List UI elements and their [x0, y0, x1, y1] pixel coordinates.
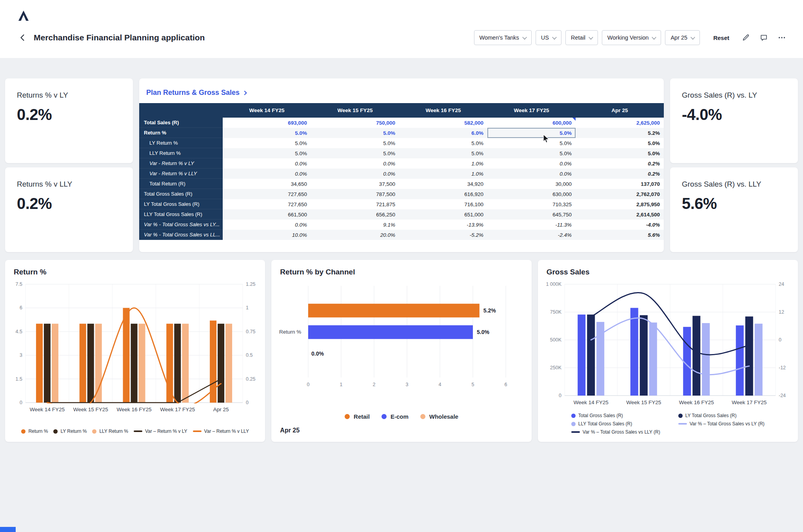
svg-text:3: 3: [406, 382, 409, 387]
table-cell[interactable]: 645,750: [487, 209, 576, 220]
table-cell[interactable]: 5.6%: [576, 230, 664, 240]
filter-period[interactable]: Apr 25: [665, 30, 700, 45]
table-cell[interactable]: 0.0%: [223, 169, 311, 179]
table-cell[interactable]: 0.0%: [223, 158, 311, 169]
table-cell[interactable]: 137,070: [576, 179, 664, 189]
table-corner: [139, 103, 223, 118]
legend-item[interactable]: Var % – Total Gross Sales vs LY (R): [678, 421, 765, 427]
table-cell[interactable]: -2.4%: [487, 230, 576, 240]
filter-product[interactable]: Women's Tanks: [474, 30, 532, 45]
table-cell[interactable]: 5.0%: [311, 128, 399, 138]
table-cell[interactable]: 2,614,500: [576, 209, 664, 220]
table-cell[interactable]: 0.0%: [487, 169, 576, 179]
legend-item[interactable]: Total Gross Sales (R): [571, 413, 660, 418]
legend-item[interactable]: Retail: [345, 413, 370, 420]
legend-item[interactable]: Var % – Total Gross Sales vs LLY (R): [571, 429, 660, 435]
legend-item[interactable]: Var – Return % v LLY: [193, 429, 249, 434]
more-options-icon[interactable]: [775, 31, 789, 45]
anaplan-logo[interactable]: [17, 9, 30, 24]
table-cell[interactable]: 727,650: [223, 189, 311, 199]
table-cell[interactable]: 5.0%: [576, 138, 664, 148]
back-button[interactable]: [17, 32, 28, 43]
column-header[interactable]: Week 14 FY25: [223, 103, 311, 118]
svg-text:Week 17 FY25: Week 17 FY25: [160, 407, 195, 412]
table-cell[interactable]: 5.0%: [576, 148, 664, 158]
table-cell[interactable]: 787,500: [311, 189, 399, 199]
table-cell[interactable]: 0.0%: [311, 158, 399, 169]
legend-item[interactable]: Wholesale: [420, 413, 458, 420]
kpi-returns-v-ly: Returns % v LY 0.2%: [5, 78, 133, 163]
legend-item[interactable]: LY Total Gross Sales (R): [678, 413, 765, 418]
table-cell[interactable]: 34,920: [399, 179, 487, 189]
table-cell[interactable]: 727,650: [223, 199, 311, 209]
table-cell[interactable]: 721,875: [311, 199, 399, 209]
reset-button[interactable]: Reset: [713, 34, 729, 41]
filter-version[interactable]: Working Version: [602, 30, 661, 45]
table-cell[interactable]: 5.0%: [399, 138, 487, 148]
column-header[interactable]: Week 16 FY25: [399, 103, 487, 118]
table-cell[interactable]: -4.0%: [576, 220, 664, 230]
table-cell[interactable]: 2,625,000: [576, 118, 664, 128]
table-cell[interactable]: 37,500: [311, 179, 399, 189]
table-cell[interactable]: 5.0%: [399, 148, 487, 158]
table-cell[interactable]: 5.0%: [223, 148, 311, 158]
table-cell[interactable]: 600,000: [487, 118, 576, 128]
table-cell[interactable]: 0.2%: [576, 169, 664, 179]
legend-item[interactable]: LLY Total Gross Sales (R): [571, 421, 660, 427]
table-cell[interactable]: 5.0%: [487, 148, 576, 158]
table-cell[interactable]: 750,000: [311, 118, 399, 128]
table-cell[interactable]: 661,500: [223, 209, 311, 220]
table-cell[interactable]: 0.0%: [487, 158, 576, 169]
table-cell[interactable]: 693,000: [223, 118, 311, 128]
table-cell[interactable]: -13.9%: [399, 220, 487, 230]
column-header[interactable]: Apr 25: [576, 103, 664, 118]
filter-channel[interactable]: Retail: [565, 30, 598, 45]
table-cell[interactable]: 34,650: [223, 179, 311, 189]
table-cell[interactable]: 2,762,070: [576, 189, 664, 199]
table-cell[interactable]: 5.0%: [223, 128, 311, 138]
legend-item[interactable]: LY Return %: [53, 429, 87, 434]
table-cell[interactable]: 656,250: [311, 209, 399, 220]
table-cell[interactable]: 5.0%: [487, 128, 576, 138]
filter-region[interactable]: US: [536, 30, 561, 45]
legend-label: Total Gross Sales (R): [578, 413, 623, 418]
legend-item[interactable]: LLY Return %: [92, 429, 128, 434]
legend-item[interactable]: Return %: [21, 429, 48, 434]
legend-dot-marker: [53, 429, 58, 434]
table-cell[interactable]: 5.0%: [223, 138, 311, 148]
table-cell[interactable]: 616,920: [399, 189, 487, 199]
table-cell[interactable]: 630,000: [487, 189, 576, 199]
table-cell[interactable]: 710,325: [487, 199, 576, 209]
table-cell[interactable]: -11.3%: [487, 220, 576, 230]
filter-version-value: Working Version: [607, 34, 649, 41]
table-cell[interactable]: 6.0%: [399, 128, 487, 138]
comment-icon[interactable]: [757, 31, 771, 45]
table-cell[interactable]: 9.1%: [311, 220, 399, 230]
table-cell[interactable]: 582,000: [399, 118, 487, 128]
table-cell[interactable]: 5.2%: [576, 128, 664, 138]
column-header[interactable]: Week 17 FY25: [487, 103, 576, 118]
table-cell[interactable]: 5.0%: [311, 138, 399, 148]
table-cell[interactable]: 5.0%: [487, 138, 576, 148]
table-cell[interactable]: 5.0%: [311, 148, 399, 158]
table-cell[interactable]: 20.0%: [311, 230, 399, 240]
table-cell[interactable]: 0.0%: [223, 220, 311, 230]
legend-item[interactable]: E-com: [382, 413, 409, 420]
column-header[interactable]: Week 15 FY25: [311, 103, 399, 118]
table-cell[interactable]: 716,100: [399, 199, 487, 209]
table-cell[interactable]: 0.0%: [311, 169, 399, 179]
table-cell[interactable]: -5.2%: [399, 230, 487, 240]
table-cell[interactable]: 651,000: [399, 209, 487, 220]
legend-item[interactable]: Var – Return % v LY: [134, 429, 187, 434]
table-cell[interactable]: 1.0%: [399, 158, 487, 169]
table-cell[interactable]: 10.0%: [223, 230, 311, 240]
svg-text:1.25: 1.25: [246, 281, 255, 287]
edit-pencil-icon[interactable]: [739, 31, 753, 45]
table-title-link[interactable]: Plan Returns & Gross Sales: [139, 78, 664, 103]
row-label: LY Return %: [139, 138, 223, 148]
top-bar: Merchandise Financial Planning applicati…: [0, 0, 803, 58]
table-cell[interactable]: 0.2%: [576, 158, 664, 169]
table-cell[interactable]: 2,875,950: [576, 199, 664, 209]
table-cell[interactable]: 1.0%: [399, 169, 487, 179]
table-cell[interactable]: 30,000: [487, 179, 576, 189]
